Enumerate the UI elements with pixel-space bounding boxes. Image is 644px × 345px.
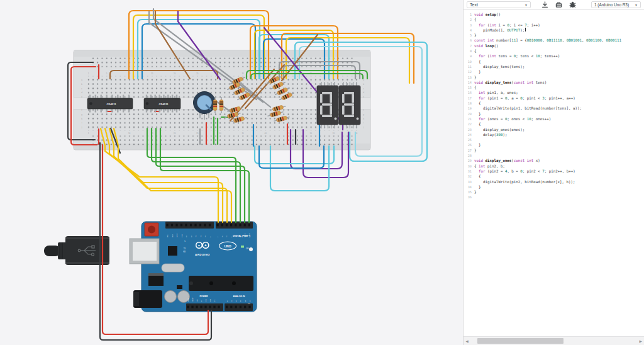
tinkercad-circuits-app: aabbccddeeffgghhiijj11551010151520202525… — [0, 0, 644, 345]
svg-text:SDA: SDA — [172, 234, 173, 237]
atmega-dot — [209, 281, 213, 285]
segment-dot — [335, 118, 337, 120]
svg-text:50: 50 — [310, 132, 313, 135]
usb-interface-chip — [168, 246, 177, 256]
segment — [344, 115, 354, 117]
svg-text:RESET: RESET — [192, 297, 193, 302]
usb-socket-face — [133, 242, 157, 261]
code-line-8: 8{ — [464, 48, 644, 54]
seven-segment-display-2[interactable] — [339, 82, 360, 128]
atmega-notch — [189, 281, 193, 285]
svg-text:VIN: VIN — [214, 300, 215, 302]
svg-text:3.3V: 3.3V — [196, 299, 197, 302]
chevron-down-icon: ▼ — [635, 3, 638, 7]
svg-text:TX→1: TX→1 — [244, 233, 245, 237]
mounting-hole — [249, 247, 253, 251]
svg-text:20: 20 — [174, 132, 176, 135]
svg-text:5V: 5V — [201, 300, 202, 302]
segment — [342, 94, 345, 103]
code-line-34: 34 } — [464, 184, 644, 189]
scroll-left-arrow[interactable]: ◀ — [464, 339, 470, 343]
code-line-20: 20 } — [464, 111, 644, 116]
code-line-30: 30{ int pin2, b; — [464, 164, 644, 169]
code-line-2: 2{ — [464, 17, 644, 22]
segment — [322, 115, 332, 117]
code-line-14: 14void display_tens(const int tens) — [464, 80, 644, 85]
download-icon[interactable] — [541, 1, 548, 8]
code-line-7: 7void loop() — [464, 43, 644, 48]
svg-text:IOREF: IOREF — [187, 297, 189, 302]
on-led — [241, 246, 244, 248]
board-selector-dropdown[interactable]: 1 (Arduino Uno R3) ▼ — [591, 1, 641, 8]
code-line-25: 25 — [464, 137, 644, 142]
voltage-regulator — [148, 276, 164, 286]
svg-text:10: 10 — [128, 132, 131, 135]
svg-text:30: 30 — [219, 132, 221, 135]
code-line-4: 4 pinMode(i, OUTPUT); — [464, 28, 644, 33]
scrollbar-track[interactable] — [470, 337, 637, 345]
code-line-15: 15{ — [464, 85, 644, 90]
small-component — [177, 285, 182, 289]
code-line-29: 29void display_ones(const int x) — [464, 158, 644, 163]
board-selector-label: 1 (Arduino Uno R3) — [594, 3, 629, 7]
tx-label: TX — [184, 247, 186, 250]
segment — [342, 106, 345, 115]
scrollbar-thumb[interactable] — [477, 338, 564, 344]
atmega-dot — [232, 281, 236, 285]
toolbox-icon[interactable] — [555, 1, 562, 8]
reset-button-cap[interactable] — [148, 226, 155, 234]
svg-text:AREF: AREF — [176, 233, 177, 237]
code-line-10: 10 { — [464, 59, 644, 64]
code-line-33: 33 digitalWrite(pin2, bitRead(number[x],… — [464, 179, 644, 184]
code-line-32: 32 { — [464, 174, 644, 179]
svg-text:GND: GND — [209, 299, 211, 302]
svg-text:55: 55 — [333, 132, 335, 135]
barrel-jack-face — [133, 292, 139, 306]
circuit-canvas[interactable]: aabbccddeeffgghhiijj11551010151520202525… — [0, 0, 464, 345]
text-cursor — [525, 28, 526, 31]
code-line-9: 9 for (int tens = 0; tens < 10; tens++) — [464, 54, 644, 59]
code-mode-dropdown[interactable]: Text ▼ — [467, 1, 531, 8]
crystal-oscillator — [162, 264, 184, 272]
code-line-28: 28 — [464, 153, 644, 158]
analog-header[interactable] — [225, 303, 253, 311]
code-line-22: 22 { — [464, 122, 644, 127]
svg-text:25: 25 — [196, 132, 199, 135]
svg-text:GND: GND — [205, 299, 206, 302]
code-line-35: 35} — [464, 189, 644, 195]
code-line-11: 11 display_tens(tens); — [464, 64, 644, 69]
segment — [322, 103, 332, 106]
atmega-chip[interactable] — [189, 276, 253, 291]
code-line-21: 21 for (ones = 0; ones < 10; ones++) — [464, 116, 644, 122]
svg-text:RX←0: RX←0 — [248, 233, 250, 237]
segment — [352, 106, 354, 115]
code-mode-label: Text — [470, 3, 478, 7]
on-label: ON — [246, 247, 248, 250]
code-editor[interactable]: 1void setup()2{3 for (int i = 0; i <= 7;… — [464, 10, 644, 336]
code-line-27: 27} — [464, 148, 644, 153]
breadboard-bottom-rail-holes[interactable] — [90, 136, 354, 145]
svg-text:35: 35 — [242, 72, 244, 75]
code-line-17: 17 for (pin1 = 0, a = 0; pin1 < 3; pin1+… — [464, 96, 644, 101]
uno-label: UNO — [224, 244, 231, 248]
arduino-uno[interactable]: DIGITAL (PWM ~) ARDUINO UNO L TX RX ON P… — [130, 222, 257, 312]
horizontal-scrollbar[interactable]: ◀ ▶ — [464, 336, 644, 345]
svg-text:20: 20 — [174, 72, 176, 75]
code-line-5: 5} — [464, 33, 644, 38]
arduino-brand: ARDUINO — [195, 253, 210, 256]
svg-text:GND: GND — [181, 234, 182, 237]
code-panel: Text ▼ — [464, 0, 644, 345]
code-line-1: 1void setup() — [464, 12, 644, 17]
seven-segment-display-1[interactable] — [317, 82, 338, 128]
power-label: POWER — [200, 295, 208, 298]
svg-text:25: 25 — [196, 72, 199, 75]
chip-label: CD4511 — [158, 103, 169, 106]
svg-text:15: 15 — [151, 72, 153, 75]
code-line-3: 3 for (int i = 0; i <= 7; i++) — [464, 23, 644, 28]
segment — [320, 106, 323, 115]
scroll-right-arrow[interactable]: ▶ — [637, 339, 644, 343]
code-toolbar: Text ▼ — [464, 0, 644, 10]
debug-bug-icon[interactable] — [569, 1, 576, 8]
rx-label: RX — [183, 251, 186, 253]
segment — [352, 94, 354, 103]
